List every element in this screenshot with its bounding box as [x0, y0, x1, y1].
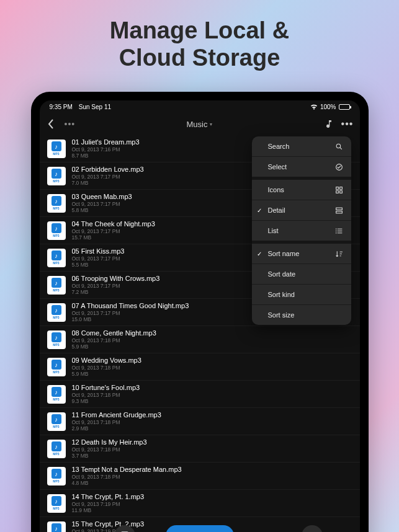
- file-meta: 13 Tempt Not a Desperate Man.mp3 Oct 9, …: [72, 466, 352, 486]
- menu-sort-name[interactable]: ✓ Sort name: [252, 244, 351, 264]
- file-name: 14 The Crypt, Pt. 1.mp3: [72, 493, 352, 500]
- file-name: 09 Wedding Vows.mp3: [72, 357, 352, 364]
- overflow-icon[interactable]: •••: [343, 119, 352, 129]
- menu-icons-view[interactable]: Icons: [252, 180, 351, 200]
- mp3-file-icon: ♪ MP3: [47, 385, 66, 404]
- headline: Manage Local & Cloud Storage: [0, 0, 399, 71]
- file-row[interactable]: ♪ MP3 08 Come, Gentle Night.mp3 Oct 9, 2…: [40, 326, 360, 353]
- music-icon[interactable]: [324, 119, 334, 129]
- back-button[interactable]: [47, 118, 60, 130]
- mp3-file-icon: ♪ MP3: [47, 494, 66, 513]
- file-meta: 12 Death Is My Heir.mp3 Oct 9, 2013 7:18…: [72, 438, 352, 459]
- file-date: Oct 9, 2013 7:18 PM: [72, 365, 352, 371]
- file-row[interactable]: ♪ MP3 09 Wedding Vows.mp3 Oct 9, 2013 7:…: [40, 353, 360, 381]
- mp3-file-icon: ♪ MP3: [47, 467, 66, 485]
- menu-sort-date[interactable]: Sort date: [252, 264, 351, 284]
- sync-button[interactable]: [302, 525, 323, 532]
- svg-rect-5: [340, 190, 343, 193]
- file-meta: 14 The Crypt, Pt. 1.mp3 Oct 9, 2013 7:19…: [72, 493, 352, 513]
- mp3-file-icon: ♪ MP3: [47, 330, 66, 349]
- file-size: 9.3 MB: [72, 398, 352, 404]
- file-name: 13 Tempt Not a Desperate Man.mp3: [72, 466, 352, 473]
- file-date: Oct 9, 2013 7:18 PM: [72, 474, 352, 480]
- mp3-file-icon: ♪ MP3: [47, 358, 66, 376]
- status-time: 9:35 PM: [50, 104, 73, 110]
- battery-percent: 100%: [320, 104, 336, 110]
- file-row[interactable]: ♪ MP3 12 Death Is My Heir.mp3 Oct 9, 201…: [40, 435, 360, 463]
- notes-button[interactable]: [114, 525, 135, 532]
- navbar: ••• Music ▾ •••: [40, 113, 360, 135]
- file-date: Oct 9, 2013 7:19 PM: [72, 501, 352, 507]
- file-row[interactable]: ♪ MP3 14 The Crypt, Pt. 1.mp3 Oct 9, 201…: [40, 490, 360, 517]
- mp3-file-icon: ♪ MP3: [47, 440, 66, 458]
- svg-rect-3: [340, 187, 343, 189]
- file-date: Oct 9, 2013 7:18 PM: [72, 392, 352, 398]
- menu-detail-view[interactable]: ✓ Detail: [252, 200, 351, 220]
- menu-select[interactable]: Select: [252, 157, 351, 177]
- file-date: Oct 9, 2013 7:18 PM: [72, 337, 352, 344]
- mp3-file-icon: ♪ MP3: [47, 140, 66, 158]
- tablet-frame: 9:35 PM Sun Sep 11 100% ••• Music ▾: [31, 92, 369, 532]
- file-size: 4.8 MB: [72, 480, 352, 486]
- mp3-file-icon: ♪ MP3: [47, 167, 66, 185]
- bottom-toolbar: [40, 523, 360, 532]
- file-meta: 08 Come, Gentle Night.mp3 Oct 9, 2013 7:…: [72, 329, 352, 350]
- check-icon: ✓: [257, 250, 262, 257]
- file-name: 08 Come, Gentle Night.mp3: [72, 329, 352, 337]
- file-row[interactable]: ♪ MP3 10 Fortune's Fool.mp3 Oct 9, 2013 …: [40, 381, 360, 408]
- svg-point-0: [336, 144, 341, 148]
- menu-sort-kind[interactable]: Sort kind: [252, 285, 351, 304]
- wifi-icon: [310, 104, 318, 110]
- svg-point-9: [336, 230, 337, 231]
- page-title[interactable]: Music ▾: [187, 120, 213, 129]
- file-row[interactable]: ♪ MP3 11 From Ancient Grudge.mp3 Oct 9, …: [40, 408, 360, 435]
- file-name: 12 Death Is My Heir.mp3: [72, 438, 352, 446]
- check-icon: ✓: [257, 207, 262, 214]
- mp3-file-icon: ♪ MP3: [47, 276, 66, 295]
- file-row[interactable]: ♪ MP3 13 Tempt Not a Desperate Man.mp3 O…: [40, 463, 360, 490]
- file-size: 5.9 MB: [72, 371, 352, 377]
- file-size: 3.7 MB: [72, 453, 352, 459]
- svg-point-10: [336, 232, 337, 233]
- menu-sort-size[interactable]: Sort size: [252, 305, 351, 325]
- chevron-down-icon: ▾: [210, 122, 212, 127]
- file-meta: 11 From Ancient Grudge.mp3 Oct 9, 2013 7…: [72, 411, 352, 432]
- svg-rect-7: [336, 211, 343, 213]
- mp3-file-icon: ♪ MP3: [47, 194, 66, 213]
- menu-search[interactable]: Search: [252, 136, 351, 156]
- file-meta: 09 Wedding Vows.mp3 Oct 9, 2013 7:18 PM …: [72, 357, 352, 377]
- file-date: Oct 9, 2013 7:18 PM: [72, 446, 352, 453]
- battery-icon: [339, 104, 350, 110]
- mp3-file-icon: ♪ MP3: [47, 303, 66, 322]
- detail-icon: [335, 206, 344, 215]
- sort-icon: [335, 249, 344, 258]
- mp3-file-icon: ♪ MP3: [47, 249, 66, 267]
- mp3-file-icon: ♪ MP3: [47, 221, 66, 240]
- headline-line2: Cloud Storage: [0, 45, 399, 72]
- context-menu: Search Select Icons ✓: [252, 136, 351, 325]
- svg-rect-6: [336, 208, 343, 210]
- select-icon: [335, 162, 344, 171]
- svg-point-8: [336, 228, 337, 229]
- list-icon: [335, 226, 344, 235]
- file-size: 11.9 MB: [72, 507, 352, 513]
- statusbar: 9:35 PM Sun Sep 11 100%: [40, 100, 360, 113]
- more-dots-icon[interactable]: •••: [65, 119, 76, 129]
- file-size: 2.9 MB: [72, 425, 352, 432]
- file-size: 5.9 MB: [72, 344, 352, 350]
- search-icon: [335, 142, 344, 151]
- file-meta: 10 Fortune's Fool.mp3 Oct 9, 2013 7:18 P…: [72, 384, 352, 404]
- add-button[interactable]: [166, 525, 234, 532]
- mp3-file-icon: ♪ MP3: [47, 412, 66, 431]
- status-date: Sun Sep 11: [79, 104, 111, 110]
- screen: 9:35 PM Sun Sep 11 100% ••• Music ▾: [40, 100, 360, 532]
- menu-list-view[interactable]: List: [252, 221, 351, 241]
- svg-rect-2: [336, 187, 339, 189]
- file-name: 10 Fortune's Fool.mp3: [72, 384, 352, 391]
- svg-rect-4: [336, 190, 339, 193]
- file-name: 11 From Ancient Grudge.mp3: [72, 411, 352, 419]
- grid-icon: [335, 185, 344, 194]
- headline-line1: Manage Local &: [0, 17, 399, 45]
- file-date: Oct 9, 2013 7:18 PM: [72, 419, 352, 425]
